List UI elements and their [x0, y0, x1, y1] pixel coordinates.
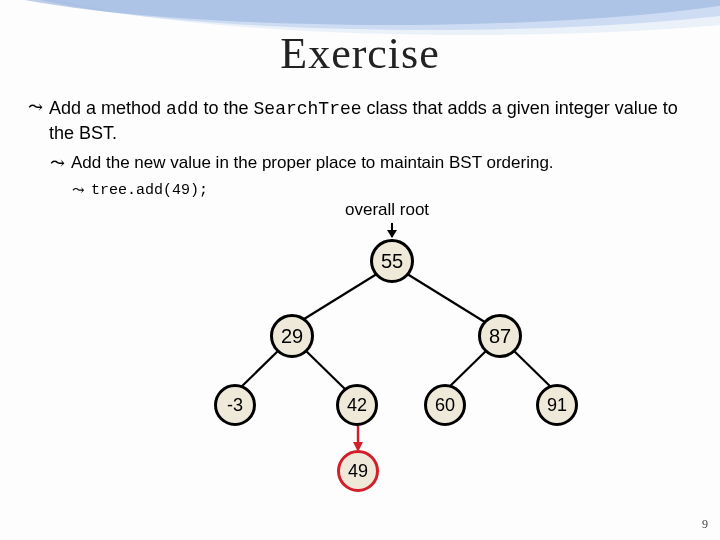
bullet-sub: ⤳ Add the new value in the proper place … [50, 152, 692, 175]
page-number: 9 [702, 517, 708, 532]
bst-diagram: 55 29 87 -3 42 60 91 49 [0, 236, 720, 536]
bullet-sub-text: Add the new value in the proper place to… [71, 152, 554, 175]
text-fragment: Add a method [49, 98, 166, 118]
code-add: add [166, 99, 198, 119]
tree-node-ll: -3 [214, 384, 256, 426]
svg-line-3 [304, 349, 347, 391]
bullet-marker-icon: ⤳ [72, 181, 85, 200]
bullet-subsub: ⤳ tree.add(49); [72, 181, 692, 201]
bullet-marker-icon: ⤳ [50, 152, 65, 175]
svg-line-1 [404, 272, 488, 324]
bullet-code-example: tree.add(49); [91, 181, 208, 201]
code-searchtree: SearchTree [254, 99, 362, 119]
slide-title: Exercise [0, 28, 720, 79]
tree-node-inserted: 49 [337, 450, 379, 492]
content-area: ⤳ Add a method add to the SearchTree cla… [28, 96, 692, 207]
svg-line-2 [237, 349, 280, 391]
tree-node-root: 55 [370, 239, 414, 283]
svg-line-0 [296, 272, 380, 324]
text-fragment: to the [199, 98, 254, 118]
bullet-marker-icon: ⤳ [28, 96, 43, 119]
tree-node-rl: 60 [424, 384, 466, 426]
bullet-main-text: Add a method add to the SearchTree class… [49, 96, 692, 146]
tree-node-lr: 42 [336, 384, 378, 426]
tree-node-l: 29 [270, 314, 314, 358]
bullet-main: ⤳ Add a method add to the SearchTree cla… [28, 96, 692, 146]
overall-root-label: overall root [345, 200, 429, 220]
tree-node-r: 87 [478, 314, 522, 358]
tree-node-rr: 91 [536, 384, 578, 426]
root-arrow-icon [391, 223, 393, 237]
